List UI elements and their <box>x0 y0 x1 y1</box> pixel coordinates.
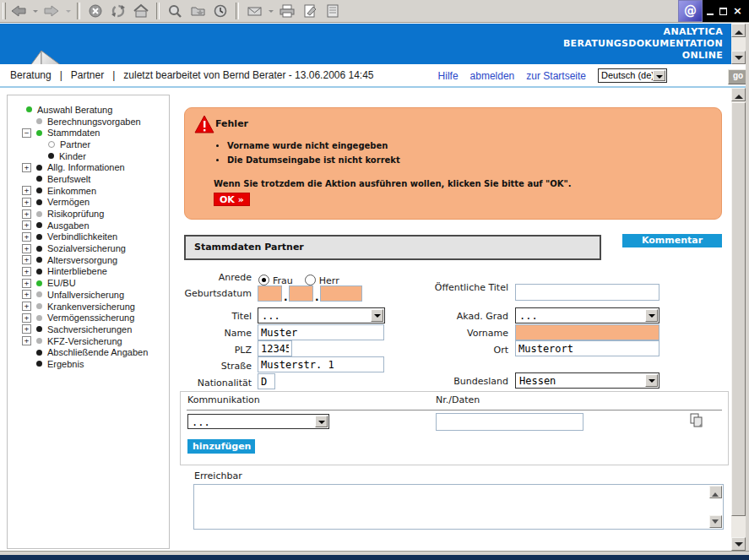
vorname-field[interactable] <box>515 324 659 340</box>
sidebar-item-label[interactable]: EU/BU <box>47 278 76 288</box>
header-scrollbar[interactable] <box>731 24 746 64</box>
sidebar-item-label[interactable]: Ausgaben <box>47 220 90 231</box>
abmelden-link[interactable]: abmelden <box>470 70 515 82</box>
dropdown-arrow-icon[interactable] <box>645 374 658 387</box>
nr-daten-field[interactable] <box>436 413 583 431</box>
sidebar-item[interactable]: Partner <box>8 139 169 150</box>
toolbar-grip-handle[interactable] <box>3 3 6 19</box>
hilfe-link[interactable]: Hilfe <box>438 70 459 82</box>
scroll-up-icon[interactable] <box>709 486 722 498</box>
expand-icon[interactable]: + <box>22 232 31 242</box>
kommunikation-select[interactable]: ... <box>187 414 329 429</box>
restore-icon[interactable] <box>719 8 727 15</box>
sidebar-item-label[interactable]: Risikoprüfung <box>47 209 104 219</box>
home-icon[interactable] <box>131 2 151 20</box>
sidebar-item[interactable]: +Risikoprüfung <box>8 208 169 220</box>
nationalitaet-field[interactable] <box>258 373 275 389</box>
sidebar-item-label[interactable]: Einkommen <box>47 186 96 196</box>
expand-icon[interactable]: + <box>22 290 31 299</box>
sidebar-item-label[interactable]: Hinterbliebene <box>47 266 107 276</box>
sidebar-item-label[interactable]: Altersversorgung <box>47 255 117 265</box>
sidebar-item-label[interactable]: Kinder <box>59 151 86 161</box>
dropdown-arrow-icon[interactable] <box>653 70 665 81</box>
sidebar-item[interactable]: +KFZ-Versicherung <box>8 335 169 347</box>
herr-radio[interactable] <box>305 275 316 285</box>
expand-icon[interactable]: + <box>22 313 31 323</box>
sidebar-item[interactable]: +Unfallversicherung <box>8 289 169 301</box>
sidebar-item-label[interactable]: Allg. Informationen <box>47 162 125 172</box>
expand-icon[interactable]: + <box>22 198 31 207</box>
sidebar-item[interactable]: +Vermögen <box>8 197 169 209</box>
erreichbar-textarea[interactable] <box>193 484 724 530</box>
plz-field[interactable] <box>258 340 292 356</box>
expand-icon[interactable]: + <box>22 244 31 253</box>
geburtsdatum-day-field[interactable] <box>258 285 282 302</box>
sidebar-item[interactable]: +Einkommen <box>8 185 169 197</box>
name-field[interactable] <box>258 324 384 340</box>
dropdown-arrow-icon[interactable] <box>371 309 383 322</box>
sidebar-item[interactable]: −Stammdaten <box>8 127 169 139</box>
scroll-down-icon[interactable] <box>731 51 746 64</box>
sidebar-item[interactable]: +Altersversorgung <box>8 254 169 266</box>
scrollbar-thumb[interactable] <box>731 102 746 516</box>
titel-select[interactable]: ... <box>258 307 385 323</box>
sidebar-item-label[interactable]: Krankenversicherung <box>47 302 135 312</box>
history-icon[interactable] <box>210 2 231 20</box>
ort-field[interactable] <box>515 340 659 356</box>
print-icon[interactable] <box>277 2 297 20</box>
sidebar-item[interactable]: +Vermögenssicherung <box>8 312 169 323</box>
sidebar-item[interactable]: +EU/BU <box>8 277 169 289</box>
expand-icon[interactable]: + <box>22 186 31 195</box>
language-select[interactable]: Deutsch (de) <box>598 68 667 83</box>
back-history-dropdown-icon[interactable] <box>31 2 39 20</box>
favorites-icon[interactable] <box>187 2 208 20</box>
search-icon[interactable] <box>165 2 185 20</box>
mail-options-dropdown-icon[interactable] <box>267 2 274 20</box>
expand-icon[interactable]: + <box>22 279 31 288</box>
minimize-icon[interactable] <box>707 7 714 15</box>
expand-icon[interactable]: + <box>22 163 31 172</box>
sidebar-item[interactable]: +Ausgaben <box>8 220 169 231</box>
mail-icon[interactable] <box>244 2 264 20</box>
expand-icon[interactable]: + <box>22 255 31 264</box>
frau-radio[interactable] <box>258 275 269 285</box>
close-icon[interactable]: × <box>733 6 742 16</box>
sidebar-item[interactable]: +Sozialversicherung <box>8 242 169 254</box>
geburtsdatum-year-field[interactable] <box>320 285 362 302</box>
bundesland-select[interactable]: Hessen <box>515 372 659 389</box>
geburtsdatum-month-field[interactable] <box>289 285 313 302</box>
dropdown-arrow-icon[interactable] <box>645 309 658 322</box>
scroll-up-icon[interactable] <box>731 24 746 37</box>
sidebar-item-label[interactable]: Sozialversicherung <box>47 243 126 253</box>
sidebar-item-label[interactable]: Vermögenssicherung <box>47 313 134 323</box>
sidebar-item-label[interactable]: Berechnungsvorgaben <box>47 117 141 127</box>
hinzufuegen-button[interactable]: hinzufügen <box>187 439 255 454</box>
expand-icon[interactable]: + <box>22 336 31 345</box>
scroll-up-icon[interactable] <box>731 88 746 101</box>
sidebar-item-label[interactable]: Berufswelt <box>47 174 90 184</box>
sidebar-item[interactable]: +Allg. Informationen <box>8 161 169 173</box>
discuss-icon[interactable] <box>323 2 343 20</box>
sidebar-item[interactable]: +Krankenversicherung <box>8 301 169 313</box>
sidebar-item[interactable]: Berechnungsvorgaben <box>8 116 169 128</box>
expand-icon[interactable]: + <box>22 324 31 334</box>
forward-history-dropdown-icon[interactable] <box>64 2 72 20</box>
sidebar-item[interactable]: +Hinterbliebene <box>8 266 169 278</box>
sidebar-item-label[interactable]: Sachversicherungen <box>47 324 132 334</box>
error-ok-button[interactable]: OK » <box>214 193 250 206</box>
expand-icon[interactable]: + <box>22 267 31 276</box>
sidebar-item-label[interactable]: Partner <box>60 139 90 150</box>
sidebar-item[interactable]: Abschließende Angaben <box>8 346 169 358</box>
sidebar-item[interactable]: Ergebnis <box>8 358 169 370</box>
expand-icon[interactable]: + <box>22 302 31 311</box>
sidebar-item-label[interactable]: Auswahl Beratung <box>37 105 112 115</box>
sidebar-item-label[interactable]: Ergebnis <box>47 359 84 369</box>
breadcrumb-item-partner[interactable]: Partner <box>71 69 104 81</box>
page-scrollbar[interactable] <box>731 88 746 551</box>
startseite-link[interactable]: zur Startseite <box>526 70 586 82</box>
sidebar-item[interactable]: +Verbindlichkeiten <box>8 231 169 243</box>
edit-icon[interactable] <box>300 2 320 20</box>
sidebar-item-label[interactable]: Unfallversicherung <box>47 290 124 300</box>
forward-icon[interactable] <box>41 2 62 20</box>
refresh-icon[interactable] <box>108 2 128 20</box>
